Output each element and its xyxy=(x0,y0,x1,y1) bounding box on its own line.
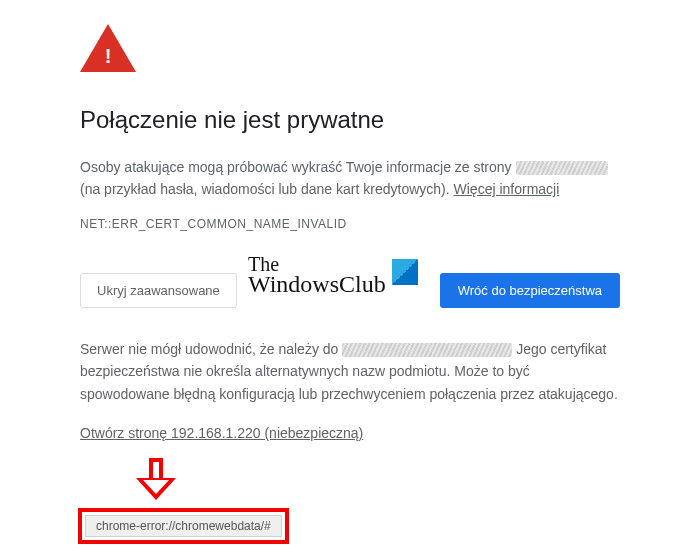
redacted-host-2 xyxy=(342,343,512,357)
warning-body-part1: Osoby atakujące mogą próbować wykraść Tw… xyxy=(80,159,516,175)
warning-body: Osoby atakujące mogą próbować wykraść Tw… xyxy=(80,156,620,201)
redacted-host-1 xyxy=(516,161,608,175)
proceed-unsafe-link[interactable]: Otwórz stronę 192.168.1.220 (niebezpiecz… xyxy=(80,425,363,441)
back-to-safety-button[interactable]: Wróć do bezpieczeństwa xyxy=(440,273,620,308)
status-bar-url: chrome-error://chromewebdata/# xyxy=(85,515,282,537)
advanced-part1: Serwer nie mógł udowodnić, że należy do xyxy=(80,341,342,357)
annotation-arrow-icon xyxy=(136,458,176,504)
annotation-highlight-box: chrome-error://chromewebdata/# xyxy=(78,508,289,544)
button-row: Ukryj zaawansowane Wróć do bezpieczeństw… xyxy=(80,273,620,308)
error-code: NET::ERR_CERT_COMMON_NAME_INVALID xyxy=(80,217,620,231)
warning-icon: ! xyxy=(80,24,136,72)
advanced-explanation: Serwer nie mógł udowodnić, że należy do … xyxy=(80,338,620,405)
more-info-link[interactable]: Więcej informacji xyxy=(454,181,560,197)
page-title: Połączenie nie jest prywatne xyxy=(80,106,620,134)
hide-advanced-button[interactable]: Ukryj zaawansowane xyxy=(80,273,237,308)
warning-body-part2: (na przykład hasła, wiadomości lub dane … xyxy=(80,181,454,197)
